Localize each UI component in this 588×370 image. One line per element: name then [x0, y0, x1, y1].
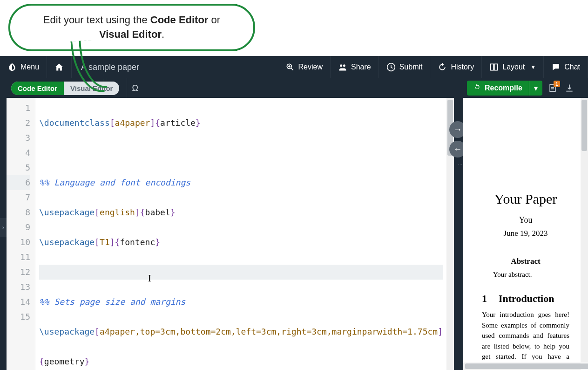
recompile-button[interactable]: Recompile [467, 83, 529, 93]
preview-pane: Recompile ▾ 1 Your Paper You June 19, 20… [463, 78, 588, 370]
scrollbar-thumb[interactable] [581, 100, 587, 151]
line-number: 12 [7, 265, 30, 280]
callout-text-prefix: Edit your text using the [43, 14, 150, 26]
code-editor[interactable]: 1 2 3 4 5 6 7 8 9 10 11 12 13 14 15 \doc… [7, 98, 454, 370]
home-button[interactable] [47, 56, 72, 78]
pdf-section-body: Your introduction goes here! Some exampl… [482, 309, 569, 370]
drag-handle-icon: ⋮ [458, 162, 463, 168]
callout-bubble: Edit your text using the Code Editor or … [8, 4, 255, 51]
chat-button[interactable]: Chat [544, 56, 588, 78]
review-icon [285, 62, 295, 72]
layout-icon [489, 62, 499, 72]
pdf-page: Your Paper You June 19, 2023 Abstract Yo… [463, 98, 588, 370]
share-label: Share [351, 63, 371, 71]
code-content[interactable]: \documentclass[a4paper]{article} %% Lang… [35, 98, 446, 370]
home-icon [54, 62, 64, 72]
text-cursor-icon: I [148, 273, 151, 284]
pdf-section-title: Introduction [499, 293, 554, 304]
submit-icon [386, 62, 396, 72]
callout-text-mid: or [208, 14, 220, 26]
chevron-down-icon: ▾ [534, 84, 538, 93]
history-label: History [451, 63, 474, 71]
line-number: 1 [7, 101, 30, 116]
line-number: 11 [7, 250, 30, 265]
refresh-icon [473, 83, 481, 93]
history-icon [438, 62, 447, 72]
svg-rect-5 [494, 64, 498, 70]
line-number: 13 [7, 280, 30, 295]
tab-code-editor[interactable]: Code Editor [11, 82, 64, 95]
callout-text-b2: Visual Editor [99, 28, 162, 40]
svg-point-1 [340, 64, 342, 67]
svg-rect-4 [491, 64, 494, 70]
leaf-icon [7, 62, 17, 72]
recompile-group: Recompile ▾ [467, 81, 542, 96]
line-number: 6 [7, 175, 30, 190]
pdf-section-number: 1 [482, 293, 499, 305]
chevron-down-icon: ▼ [530, 64, 536, 70]
layout-button[interactable]: Layout ▼ [482, 56, 544, 78]
pdf-abstract-heading: Abstract [482, 257, 569, 266]
editor-header: Code Editor Visual Editor Ω [7, 78, 454, 98]
logs-badge: 1 [554, 81, 560, 87]
line-gutter: 1 2 3 4 5 6 7 8 9 10 11 12 13 14 15 [7, 98, 35, 370]
editor-pane: Code Editor Visual Editor Ω 1 2 3 4 5 6 … [7, 78, 454, 370]
menu-label: Menu [20, 63, 39, 71]
pane-divider[interactable]: → ← ⋮ [454, 78, 463, 370]
left-rail: › [0, 78, 7, 370]
pdf-abstract-text: Your abstract. [482, 271, 569, 279]
line-number: 3 [7, 130, 30, 145]
editor-scrollbar[interactable] [446, 98, 454, 370]
review-label: Review [298, 63, 323, 71]
menu-button[interactable]: Menu [0, 56, 47, 78]
callout-text-b1: Code Editor [150, 14, 209, 26]
workspace: › Code Editor Visual Editor Ω 1 2 3 4 5 … [0, 78, 588, 370]
expand-filetree-button[interactable]: › [0, 218, 7, 237]
scrollbar-thumb[interactable] [465, 363, 588, 369]
history-button[interactable]: History [430, 56, 482, 78]
line-number: 10 [7, 235, 30, 250]
chat-label: Chat [564, 63, 580, 71]
line-number: 15 [7, 309, 30, 324]
callout-text-suffix: . [162, 28, 164, 40]
recompile-dropdown[interactable]: ▾ [529, 81, 542, 96]
logs-button[interactable]: 1 [546, 82, 559, 95]
line-number: 14 [7, 295, 30, 309]
submit-label: Submit [399, 63, 423, 71]
pdf-author: You [482, 215, 569, 225]
recompile-label: Recompile [485, 84, 522, 92]
preview-header: Recompile ▾ 1 [463, 78, 588, 98]
share-icon [338, 62, 347, 72]
layout-label: Layout [502, 63, 525, 71]
submit-button[interactable]: Submit [379, 56, 431, 78]
line-number: 4 [7, 145, 30, 160]
line-number: 2 [7, 116, 30, 130]
line-number: 8 [7, 205, 30, 220]
chat-icon [551, 62, 561, 72]
pdf-preview[interactable]: Your Paper You June 19, 2023 Abstract Yo… [463, 98, 588, 370]
svg-point-2 [343, 64, 345, 67]
review-button[interactable]: Review [278, 56, 331, 78]
pdf-section-heading: 1Introduction [482, 293, 569, 305]
tutorial-callout: Edit your text using the Code Editor or … [8, 4, 255, 51]
symbol-palette-button[interactable]: Ω [127, 78, 142, 98]
line-number: 9 [7, 220, 30, 235]
pdf-scrollbar-vertical[interactable] [581, 98, 588, 363]
pdf-scrollbar-horizontal[interactable] [463, 363, 581, 370]
pdf-date: June 19, 2023 [482, 229, 569, 238]
line-number: 5 [7, 160, 30, 175]
pdf-title: Your Paper [482, 191, 569, 207]
line-number: 7 [7, 190, 30, 205]
download-button[interactable] [563, 82, 576, 95]
share-button[interactable]: Share [331, 56, 379, 78]
